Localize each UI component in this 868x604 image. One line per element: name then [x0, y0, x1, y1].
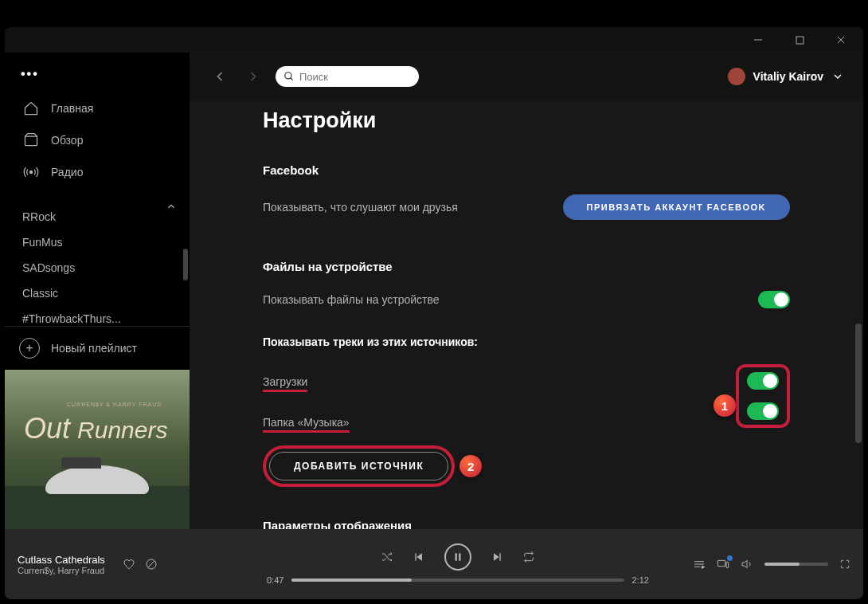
svg-marker-19: [702, 566, 704, 568]
playlist-scrollbar[interactable]: [183, 249, 188, 280]
repeat-button[interactable]: [522, 551, 535, 563]
svg-rect-13: [459, 553, 460, 560]
search-icon: [283, 71, 295, 82]
browse-icon: [22, 131, 40, 149]
app-window: ••• Главная Обзор Радио RRock FunMus: [5, 27, 863, 599]
facebook-desc: Показывать, что слушают мои друзья: [263, 201, 458, 214]
queue-icon[interactable]: [693, 558, 706, 571]
ban-icon[interactable]: [145, 558, 158, 571]
right-controls: [659, 558, 850, 571]
content-scrollbar[interactable]: [855, 324, 862, 443]
playlist-item[interactable]: #ThrowbackThurs...: [5, 306, 190, 326]
progress-bar: 0:47 2:12: [267, 575, 649, 585]
add-source-highlight: ДОБАВИТЬ ИСТОЧНИК 2: [263, 445, 482, 487]
show-local-label: Показывать файлы на устройстве: [263, 293, 440, 306]
topbar: Vitaliy Kairov: [190, 53, 863, 100]
svg-rect-12: [456, 553, 457, 560]
svg-marker-10: [416, 553, 422, 560]
facebook-link-button[interactable]: ПРИВЯЗАТЬ АККАУНТ FACEBOOK: [563, 194, 791, 220]
user-menu[interactable]: Vitaliy Kairov: [728, 68, 844, 85]
playlist-item[interactable]: Classic: [5, 280, 190, 306]
radio-icon: [22, 163, 40, 181]
local-files-heading: Файлы на устройстве: [263, 260, 790, 273]
album-title: Out Runners: [24, 416, 167, 441]
svg-rect-21: [726, 562, 729, 567]
nav-home[interactable]: Главная: [14, 92, 180, 124]
source-music-label: Папка «Музыка»: [263, 416, 350, 433]
nav-radio-label: Радио: [51, 166, 83, 178]
nav-browse[interactable]: Обзор: [14, 124, 180, 156]
playlist-item[interactable]: FunMus: [5, 229, 190, 255]
toggles-highlight: 1: [736, 364, 790, 428]
pause-button[interactable]: [444, 543, 471, 571]
time-total: 2:12: [632, 575, 649, 585]
track-artist: Curren$y, Harry Fraud: [18, 566, 105, 575]
add-source-button[interactable]: ДОБАВИТЬ ИСТОЧНИК: [269, 452, 448, 480]
svg-rect-15: [499, 553, 500, 560]
svg-marker-22: [742, 560, 747, 567]
new-playlist-button[interactable]: + Новый плейлист: [5, 326, 190, 370]
source-row-downloads: Загрузки: [263, 375, 736, 392]
plus-icon: +: [19, 338, 40, 359]
forward-button[interactable]: [242, 65, 264, 88]
avatar: [728, 68, 745, 85]
settings-body: Настройки Facebook Показывать, что слуша…: [190, 100, 863, 529]
new-playlist-label: Новый плейлист: [51, 342, 137, 355]
annotation-marker-1: 1: [714, 394, 736, 417]
chevron-down-icon: [831, 70, 844, 83]
svg-rect-4: [25, 136, 37, 146]
boat-graphic: [45, 465, 149, 494]
fullscreen-icon[interactable]: [839, 559, 850, 570]
next-button[interactable]: [491, 551, 503, 563]
player-controls: 0:47 2:12: [256, 543, 659, 585]
playlist-item[interactable]: SADsongs: [5, 255, 190, 280]
back-button[interactable]: [209, 65, 231, 88]
svg-point-6: [285, 73, 291, 79]
svg-rect-11: [415, 553, 416, 560]
titlebar: [5, 27, 863, 53]
svg-line-9: [148, 561, 154, 567]
time-elapsed: 0:47: [267, 575, 283, 585]
chevron-up-icon[interactable]: [166, 204, 177, 215]
album-art[interactable]: CURREN$Y & HARRY FRAUD Out Runners: [5, 370, 190, 529]
now-playing: Cutlass Cathedrals Curren$y, Harry Fraud: [18, 554, 256, 575]
nav-browse-label: Обзор: [51, 134, 83, 147]
source-downloads-toggle[interactable]: [747, 372, 779, 390]
svg-rect-1: [796, 37, 803, 44]
show-local-row: Показывать файлы на устройстве: [263, 288, 790, 312]
player-bar: Cutlass Cathedrals Curren$y, Harry Fraud…: [5, 529, 863, 599]
devices-icon[interactable]: [717, 558, 729, 571]
user-name: Vitaliy Kairov: [753, 70, 823, 83]
page-title: Настройки: [263, 108, 790, 133]
svg-marker-14: [494, 553, 499, 560]
previous-button[interactable]: [412, 551, 425, 563]
seek-bar[interactable]: [291, 579, 624, 582]
facebook-row: Показывать, что слушают мои друзья ПРИВЯ…: [263, 191, 790, 223]
sources-label: Показывать треки из этих источников:: [263, 335, 790, 348]
volume-slider[interactable]: [764, 563, 828, 566]
show-local-toggle[interactable]: [758, 291, 790, 308]
nav-radio[interactable]: Радио: [14, 156, 180, 188]
svg-point-5: [29, 171, 32, 173]
shuffle-button[interactable]: [381, 551, 393, 563]
more-menu-button[interactable]: •••: [5, 53, 190, 88]
volume-icon[interactable]: [741, 558, 753, 571]
minimize-button[interactable]: [742, 29, 774, 51]
heart-icon[interactable]: [123, 558, 135, 571]
search-input[interactable]: [299, 71, 433, 83]
home-icon: [22, 100, 40, 117]
close-button[interactable]: [825, 29, 857, 51]
nav-section: Главная Обзор Радио: [5, 88, 190, 193]
source-downloads-label: Загрузки: [263, 375, 307, 392]
facebook-heading: Facebook: [263, 163, 790, 177]
maximize-button[interactable]: [784, 29, 815, 51]
playlist-item[interactable]: RRock: [5, 204, 190, 229]
content-area: Vitaliy Kairov Настройки Facebook Показы…: [190, 53, 863, 529]
main-area: ••• Главная Обзор Радио RRock FunMus: [5, 53, 863, 529]
nav-home-label: Главная: [51, 102, 93, 115]
track-info[interactable]: Cutlass Cathedrals Curren$y, Harry Fraud: [18, 554, 105, 575]
sidebar: ••• Главная Обзор Радио RRock FunMus: [5, 53, 190, 529]
svg-rect-20: [717, 560, 725, 566]
search-box[interactable]: [276, 66, 419, 87]
source-music-toggle[interactable]: [747, 402, 779, 420]
